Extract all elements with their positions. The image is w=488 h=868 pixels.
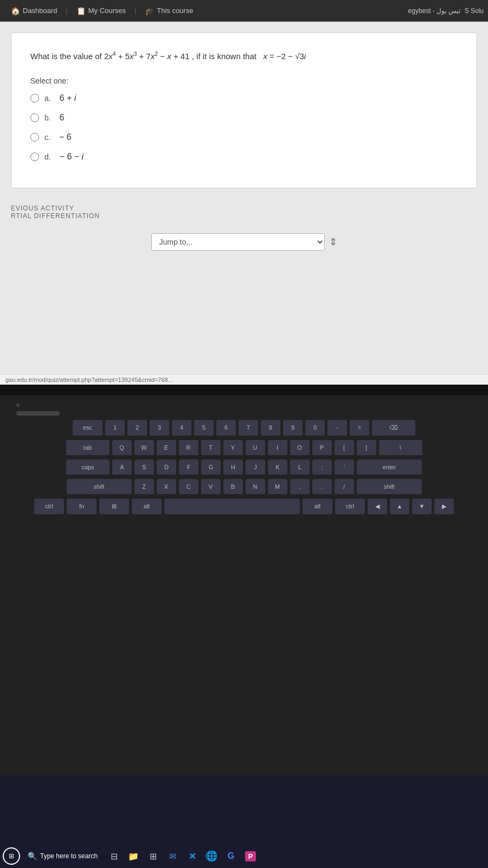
key-7[interactable]: 7 xyxy=(239,420,258,437)
key-t[interactable]: T xyxy=(201,440,221,456)
key-ctrl-right[interactable]: ctrl xyxy=(335,499,365,515)
radio-d[interactable] xyxy=(30,152,39,161)
search-icon: 🔍 xyxy=(28,852,37,860)
key-r[interactable]: R xyxy=(179,440,198,456)
key-slash[interactable]: / xyxy=(335,479,354,495)
url-text: gau.edu.tr/mod/quiz/attempt.php?attempt=… xyxy=(5,376,173,383)
taskbar-icon-file[interactable]: 📁 xyxy=(125,847,142,865)
option-b[interactable]: b. 6 xyxy=(30,113,458,123)
key-6[interactable]: 6 xyxy=(216,420,236,437)
keyboard-dot xyxy=(16,404,20,407)
key-bracket-open[interactable]: [ xyxy=(335,440,354,456)
taskbar-icon-browser[interactable]: 🌐 xyxy=(203,847,220,865)
key-k[interactable]: K xyxy=(268,459,287,476)
key-backspace[interactable]: ⌫ xyxy=(372,420,415,437)
x-icon: ✕ xyxy=(189,851,196,861)
key-shift-right[interactable]: shift xyxy=(357,479,422,495)
radio-c[interactable] xyxy=(30,133,39,142)
key-3[interactable]: 3 xyxy=(150,420,169,437)
jump-to-select[interactable]: Jump to... xyxy=(151,233,325,251)
key-p[interactable]: P xyxy=(312,440,332,456)
key-y[interactable]: Y xyxy=(223,440,243,456)
key-space[interactable] xyxy=(164,499,300,515)
key-8[interactable]: 8 xyxy=(261,420,280,437)
key-comma[interactable]: , xyxy=(290,479,310,495)
key-j[interactable]: J xyxy=(246,459,265,476)
key-arrow-up[interactable]: ▲ xyxy=(390,499,409,515)
key-fn[interactable]: fn xyxy=(67,499,97,515)
key-arrow-right[interactable]: ▶ xyxy=(434,499,454,515)
option-c[interactable]: c. − 6 xyxy=(30,132,458,142)
key-shift-left[interactable]: shift xyxy=(67,479,132,495)
taskbar-icon-grid[interactable]: ⊞ xyxy=(144,847,162,865)
key-e[interactable]: E xyxy=(157,440,176,456)
key-w[interactable]: W xyxy=(134,440,154,456)
key-l[interactable]: L xyxy=(290,459,310,476)
radio-b[interactable] xyxy=(30,113,39,122)
nav-my-courses-label: My Courses xyxy=(88,7,126,15)
nav-dashboard[interactable]: 🏠 Dashboard xyxy=(4,4,64,17)
nav-right-text: egybest - ثيس يول xyxy=(408,7,460,15)
key-v[interactable]: V xyxy=(201,479,221,495)
key-esc[interactable]: esc xyxy=(73,420,102,437)
taskbar-icon-google[interactable]: G xyxy=(222,847,240,865)
mail-icon: ✉ xyxy=(169,851,176,861)
key-2[interactable]: 2 xyxy=(127,420,147,437)
nav-this-course-label: This course xyxy=(157,7,193,15)
key-tab[interactable]: tab xyxy=(66,440,110,456)
taskbar-icon-x[interactable]: ✕ xyxy=(183,847,201,865)
key-z[interactable]: Z xyxy=(134,479,154,495)
key-backslash[interactable]: \ xyxy=(379,440,422,456)
keyboard-row-numbers: esc 1 2 3 4 5 6 7 8 9 0 - = ⌫ xyxy=(5,420,483,437)
option-c-value: − 6 xyxy=(59,132,72,142)
taskbar-search-area[interactable]: 🔍 Type here to search xyxy=(22,851,103,861)
key-bracket-close[interactable]: ] xyxy=(357,440,376,456)
key-0[interactable]: 0 xyxy=(305,420,325,437)
taskbar-icon-mail[interactable]: ✉ xyxy=(164,847,181,865)
key-alt-right[interactable]: alt xyxy=(303,499,332,515)
key-enter[interactable]: enter xyxy=(357,459,422,476)
radio-a[interactable] xyxy=(30,94,39,103)
nav-my-courses[interactable]: 📋 My Courses xyxy=(70,4,132,17)
option-d[interactable]: d. − 6 − i xyxy=(30,152,458,162)
key-minus[interactable]: - xyxy=(328,420,347,437)
taskview-icon: ⊟ xyxy=(111,851,118,861)
taskbar-icon-taskview[interactable]: ⊟ xyxy=(105,847,123,865)
key-f[interactable]: F xyxy=(179,459,198,476)
key-a[interactable]: A xyxy=(112,459,132,476)
key-i[interactable]: I xyxy=(268,440,287,456)
key-alt-left[interactable]: alt xyxy=(132,499,162,515)
option-a[interactable]: a. 6 + i xyxy=(30,93,458,103)
key-1[interactable]: 1 xyxy=(105,420,125,437)
key-c[interactable]: C xyxy=(179,479,198,495)
key-4[interactable]: 4 xyxy=(172,420,191,437)
key-9[interactable]: 9 xyxy=(283,420,303,437)
key-o[interactable]: O xyxy=(290,440,310,456)
taskbar-windows-button[interactable]: ⊞ xyxy=(3,847,20,865)
taskbar-icon-p[interactable]: P xyxy=(242,847,259,865)
keyboard-section: esc 1 2 3 4 5 6 7 8 9 0 - = ⌫ tab Q W E … xyxy=(0,395,488,775)
key-win[interactable]: ⊞ xyxy=(99,499,129,515)
nav-this-course[interactable]: 🎓 This course xyxy=(138,4,200,17)
key-h[interactable]: H xyxy=(223,459,243,476)
key-arrow-down[interactable]: ▼ xyxy=(412,499,432,515)
key-n[interactable]: N xyxy=(246,479,265,495)
key-quote[interactable]: ' xyxy=(335,459,354,476)
key-period[interactable]: . xyxy=(312,479,332,495)
key-m[interactable]: M xyxy=(268,479,287,495)
key-x[interactable]: X xyxy=(157,479,176,495)
key-s[interactable]: S xyxy=(134,459,154,476)
prev-activity-line1: EVIOUS ACTIVITY xyxy=(11,205,477,212)
key-ctrl-left[interactable]: ctrl xyxy=(34,499,64,515)
key-g[interactable]: G xyxy=(201,459,221,476)
key-q[interactable]: Q xyxy=(112,440,132,456)
dark-separator xyxy=(0,385,488,395)
key-equals[interactable]: = xyxy=(350,420,369,437)
key-caps[interactable]: caps xyxy=(66,459,110,476)
key-u[interactable]: U xyxy=(246,440,265,456)
key-arrow-left[interactable]: ◀ xyxy=(368,499,387,515)
key-semicolon[interactable]: ; xyxy=(312,459,332,476)
key-5[interactable]: 5 xyxy=(194,420,214,437)
key-b[interactable]: B xyxy=(223,479,243,495)
key-d[interactable]: D xyxy=(157,459,176,476)
